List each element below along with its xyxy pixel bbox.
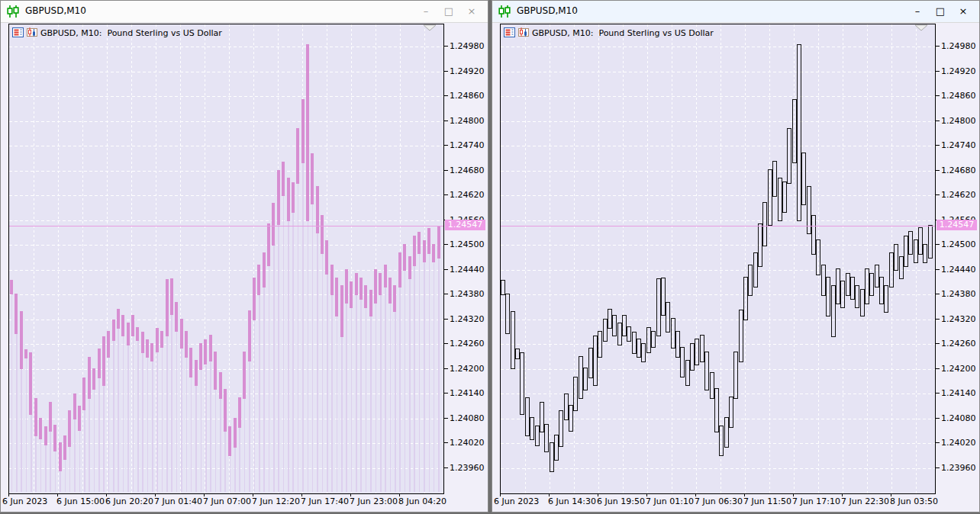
price-tick xyxy=(444,71,448,72)
time-tick-label: 7 Jun 11:50 xyxy=(743,496,791,506)
price-tick-label: 1.24380 xyxy=(941,289,976,299)
price-tick xyxy=(936,46,940,47)
price-tick xyxy=(936,368,940,369)
price-tick-label: 1.24320 xyxy=(941,314,976,324)
price-tick xyxy=(444,269,448,270)
chart-plot-area[interactable]: GBPUSD, M10: Pound Sterling vs US Dollar xyxy=(8,24,444,494)
price-chart-canvas-right xyxy=(501,24,935,493)
price-tick-label: 1.24380 xyxy=(450,289,485,299)
price-tick-label: 1.24440 xyxy=(941,265,976,275)
time-tick-label: 6 Jun 20:20 xyxy=(105,496,153,506)
time-axis[interactable]: 6 Jun 20236 Jun 14:306 Jun 19:507 Jun 01… xyxy=(492,493,980,510)
price-tick xyxy=(444,418,448,419)
current-price-label: 1.24547 xyxy=(445,220,485,230)
chart-window-right: GBPUSD,M10 – □ × xyxy=(492,0,980,512)
price-tick xyxy=(936,145,940,146)
price-tick xyxy=(444,343,448,344)
time-tick-label: 8 Jun 04:20 xyxy=(398,496,446,506)
window-title: GBPUSD,M10 xyxy=(25,5,86,16)
price-tick xyxy=(444,46,448,47)
price-tick-label: 1.24860 xyxy=(450,91,485,101)
price-tick-label: 1.24320 xyxy=(450,314,485,324)
minimize-button[interactable]: – xyxy=(906,3,929,20)
price-tick xyxy=(444,95,448,96)
price-tick-label: 1.24740 xyxy=(941,140,976,150)
chart-type-icon[interactable] xyxy=(518,26,529,40)
time-tick-label: 6 Jun 14:30 xyxy=(548,496,596,506)
price-tick-label: 1.24020 xyxy=(450,438,485,448)
time-tick-label: 7 Jun 07:00 xyxy=(203,496,251,506)
time-tick-label: 6 Jun 19:50 xyxy=(597,496,645,506)
price-tick-label: 1.24920 xyxy=(941,66,976,76)
price-tick xyxy=(444,294,448,294)
price-tick-label: 1.24740 xyxy=(450,140,485,150)
price-tick-label: 1.24140 xyxy=(941,388,976,398)
price-tick xyxy=(936,244,940,245)
window-titlebar[interactable]: GBPUSD,M10 – □ × xyxy=(1,1,488,23)
price-tick-label: 1.24260 xyxy=(450,339,485,349)
price-tick-label: 1.24500 xyxy=(450,239,485,249)
price-tick xyxy=(444,194,448,195)
price-tick xyxy=(444,145,448,146)
price-tick-label: 1.23960 xyxy=(941,463,976,473)
minimize-button[interactable]: – xyxy=(414,3,437,20)
price-tick xyxy=(444,319,448,320)
price-axis[interactable]: 1.249801.249201.248601.248001.247401.246… xyxy=(936,24,980,493)
window-titlebar[interactable]: GBPUSD,M10 – □ × xyxy=(492,1,979,23)
price-tick xyxy=(936,393,940,394)
price-tick xyxy=(936,442,940,443)
price-tick xyxy=(444,467,448,468)
chart-symbol-description: GBPUSD, M10: Pound Sterling vs US Dollar xyxy=(532,28,714,38)
price-tick-label: 1.24980 xyxy=(941,41,976,51)
price-tick-label: 1.24920 xyxy=(450,66,485,76)
price-tick-label: 1.24620 xyxy=(941,190,976,200)
price-tick-label: 1.24620 xyxy=(450,190,485,200)
chart-plot-area[interactable]: GBPUSD, M10: Pound Sterling vs US Dollar xyxy=(500,24,936,494)
maximize-button[interactable]: □ xyxy=(929,3,952,20)
candlestick-chart-icon xyxy=(7,5,21,18)
mdi-workspace: GBPUSD,M10 – □ × xyxy=(0,0,980,514)
time-tick-label: 7 Jun 06:30 xyxy=(695,496,743,506)
time-tick-label: 7 Jun 12:20 xyxy=(252,496,300,506)
time-tick-label: 7 Jun 01:10 xyxy=(646,496,694,506)
price-tick xyxy=(936,319,940,320)
price-tick xyxy=(936,467,940,468)
close-button[interactable]: × xyxy=(460,3,483,20)
maximize-button[interactable]: □ xyxy=(437,3,460,20)
current-price-label: 1.24547 xyxy=(936,220,977,230)
price-tick-label: 1.24080 xyxy=(941,413,976,423)
price-tick-label: 1.24080 xyxy=(450,413,485,423)
time-tick-label: 7 Jun 01:40 xyxy=(154,496,202,506)
chart-list-icon[interactable] xyxy=(12,26,24,40)
price-tick-label: 1.24680 xyxy=(941,165,976,175)
price-tick xyxy=(936,269,940,270)
price-axis[interactable]: 1.249801.249201.248601.248001.247401.246… xyxy=(444,24,488,493)
price-tick-label: 1.24800 xyxy=(450,116,485,126)
time-axis[interactable]: 6 Jun 20236 Jun 15:006 Jun 20:207 Jun 01… xyxy=(1,493,489,510)
price-tick xyxy=(936,95,940,96)
price-tick-label: 1.24860 xyxy=(941,91,976,101)
chart-header: GBPUSD, M10: Pound Sterling vs US Dollar xyxy=(12,27,222,39)
close-button[interactable]: × xyxy=(952,3,975,20)
price-tick-label: 1.24500 xyxy=(941,239,976,249)
chart-type-icon[interactable] xyxy=(27,26,37,40)
price-tick xyxy=(444,442,448,443)
price-tick xyxy=(936,120,940,121)
time-tick-label: 6 Jun 15:00 xyxy=(56,496,105,506)
chart-symbol-description: GBPUSD, M10: Pound Sterling vs US Dollar xyxy=(40,28,222,38)
price-tick-label: 1.23960 xyxy=(450,463,485,473)
window-title: GBPUSD,M10 xyxy=(517,5,578,16)
price-tick xyxy=(444,120,448,121)
price-chart-canvas-left xyxy=(9,24,443,493)
price-tick-label: 1.24200 xyxy=(450,364,485,374)
time-tick-label: 7 Jun 17:10 xyxy=(792,496,840,506)
price-tick-label: 1.24980 xyxy=(450,41,485,51)
price-tick-label: 1.24140 xyxy=(450,388,485,398)
candlestick-chart-icon xyxy=(498,5,512,18)
price-tick-label: 1.24260 xyxy=(941,339,976,349)
price-tick-label: 1.24680 xyxy=(450,165,485,175)
price-tick xyxy=(444,170,448,171)
chart-header: GBPUSD, M10: Pound Sterling vs US Dollar xyxy=(504,27,714,39)
chart-list-icon[interactable] xyxy=(504,26,515,40)
price-tick xyxy=(936,294,940,294)
